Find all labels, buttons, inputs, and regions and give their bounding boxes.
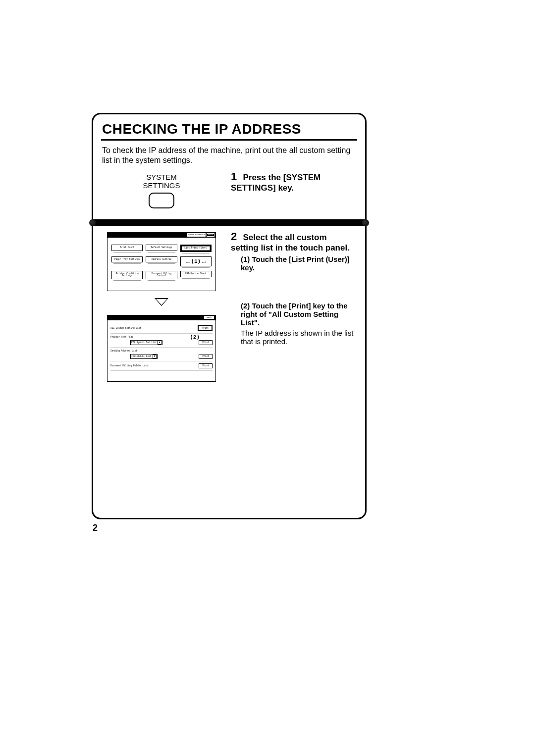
list-print-user-button[interactable]: List Print (User) — [180, 245, 212, 252]
address-control-button[interactable]: Address Control — [146, 256, 177, 263]
step-1-instruction: Press the [SYSTEM SETTINGS] key. — [231, 173, 321, 193]
all-custom-setting-list-row: All Custom Setting List: Print — [110, 325, 213, 331]
document-filling-folder-row: Document Filling Folder List: Print — [110, 363, 213, 368]
divider-band — [92, 219, 366, 226]
sending-address-select-row: Individual List Print — [110, 354, 213, 359]
default-settings-button[interactable]: Default Settings — [146, 245, 177, 251]
all-custom-setting-list-label: All Custom Setting List: — [110, 327, 198, 329]
sending-address-select[interactable]: Individual List — [130, 354, 158, 359]
callout-1: (1) — [191, 258, 201, 264]
chevron-down-icon — [153, 354, 157, 358]
touch-panel-screen-1: Admin Password Exit Total Count Default … — [107, 232, 216, 291]
arrow-down-icon — [155, 298, 168, 306]
page-number: 2 — [93, 523, 98, 533]
printer-test-page-row: Printer Test Page: (2) — [110, 336, 213, 338]
sending-address-list-row: Sending Address List: — [110, 350, 213, 352]
screen1-button-grid: Total Count Default Settings List Print … — [111, 245, 212, 281]
sending-address-list-label: Sending Address List: — [110, 350, 213, 352]
admin-password-button[interactable]: Admin Password — [187, 233, 206, 237]
document-filling-folder-label: Document Filling Folder List: — [110, 364, 199, 367]
screen2-titlebar: Back — [107, 315, 215, 320]
sys-label-line1: SYSTEM — [146, 173, 177, 181]
print-button-test-page[interactable]: Print — [199, 340, 213, 345]
page-title: CHECKING THE IP ADDRESS — [93, 114, 365, 139]
document-filing-control-button[interactable]: Document Filing Control — [146, 271, 177, 279]
title-underline — [101, 139, 357, 141]
screen2-body: All Custom Setting List: Print Printer T… — [107, 320, 215, 381]
step-2-sub2: (2) Touch the [Print] key to the right o… — [231, 302, 356, 327]
exit-button[interactable]: Exit — [207, 233, 214, 237]
step-2-row: Admin Password Exit Total Count Default … — [93, 230, 365, 382]
printer-test-page-select[interactable]: PCL Symbol Set List — [130, 340, 162, 345]
step-1-text: 1 Press the [SYSTEM SETTINGS] key. — [221, 170, 356, 193]
chevron-down-icon — [158, 341, 161, 345]
step-2-text: 2 Select the all custom setting list in … — [221, 230, 356, 346]
printer-test-page-select-row: PCL Symbol Set List Print — [110, 340, 213, 345]
divider-dot-right — [362, 219, 369, 226]
step-2-instruction: Select the all custom setting list in th… — [231, 233, 350, 252]
system-settings-key — [149, 193, 174, 208]
screen1-titlebar: Admin Password Exit — [107, 233, 215, 238]
print-button-doc-filling[interactable]: Print — [199, 363, 213, 368]
intro-text: To check the IP address of the machine, … — [93, 146, 365, 170]
callout-2: (2) — [190, 334, 200, 340]
total-count-button[interactable]: Total Count — [111, 245, 143, 251]
step-1-row: SYSTEM SETTINGS 1 Press the [SYSTEM SETT… — [93, 170, 365, 213]
printer-condition-button[interactable]: Printer Condition Settings — [111, 271, 143, 279]
step-1-number: 1 — [231, 170, 241, 183]
touch-panel-screen-2: Back All Custom Setting List: Print Prin… — [107, 315, 216, 382]
printer-test-page-select-value: PCL Symbol Set List — [131, 341, 157, 344]
fax-data-button[interactable]: Fax (1) ard — [180, 256, 212, 266]
print-button-sending-address[interactable]: Print — [199, 354, 213, 359]
usb-device-check-button[interactable]: USB-Device Check — [180, 271, 212, 277]
print-button-all-custom[interactable]: Print — [198, 325, 213, 331]
step-1-illustration: SYSTEM SETTINGS — [102, 170, 221, 213]
step-2-illustration-col: Admin Password Exit Total Count Default … — [102, 230, 221, 382]
screen1-top-buttons: Admin Password Exit — [187, 233, 214, 237]
screen1-body: Total Count Default Settings List Print … — [107, 238, 215, 291]
step-2-number: 2 — [231, 230, 241, 243]
system-settings-label: SYSTEM SETTINGS — [143, 173, 180, 190]
back-button[interactable]: Back — [204, 316, 214, 319]
sys-label-line2: SETTINGS — [143, 181, 180, 190]
paper-tray-settings-button[interactable]: Paper Tray Settings — [111, 256, 143, 263]
sending-address-select-value: Individual List — [131, 355, 152, 357]
step-2-note: The IP address is shown in the list that… — [231, 329, 356, 346]
divider-dot-left — [89, 219, 96, 226]
page-frame: CHECKING THE IP ADDRESS To check the IP … — [92, 113, 367, 519]
step-2-sub1: (1) Touch the [List Print (User)] key. — [231, 255, 356, 272]
